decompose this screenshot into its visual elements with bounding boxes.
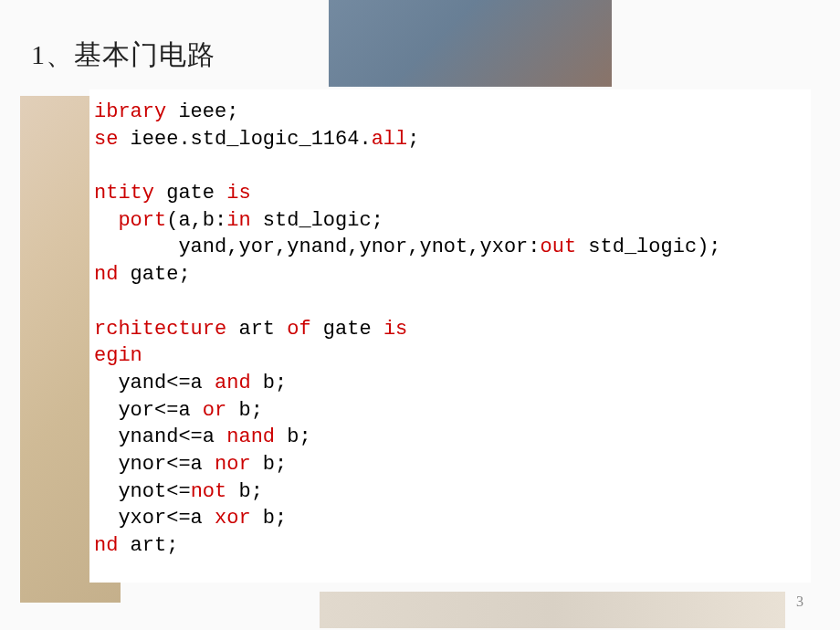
- code-text: ynor<=a: [118, 453, 215, 476]
- page-number: 3: [796, 593, 803, 610]
- code-text: yxor<=a: [118, 507, 215, 530]
- code-text: std_logic);: [576, 236, 720, 258]
- code-keyword: is: [383, 318, 407, 341]
- code-text: ieee.std_logic_1164.: [118, 128, 371, 151]
- code-keyword: all: [372, 128, 408, 151]
- code-text: gate: [154, 182, 226, 205]
- decorative-bg-bottom: [320, 592, 785, 628]
- code-text: ynot<=: [118, 480, 190, 503]
- code-text: gate;: [118, 263, 190, 286]
- code-text: ;: [407, 128, 419, 151]
- title-text: 基本门电路: [74, 39, 215, 69]
- code-text: b;: [251, 507, 288, 530]
- code-text: ynand<=a: [118, 425, 226, 448]
- code-keyword: rchitecture: [94, 318, 226, 341]
- code-keyword: egin: [94, 344, 142, 367]
- code-keyword: ntity: [94, 182, 154, 205]
- code-content: ibrary ieee; se ieee.std_logic_1164.all;…: [94, 99, 806, 560]
- code-pad: [94, 425, 118, 448]
- code-keyword: is: [226, 182, 250, 205]
- code-keyword: not: [191, 480, 227, 503]
- code-keyword: nand: [226, 425, 275, 448]
- code-text: yand<=a: [118, 372, 215, 394]
- code-keyword: and: [215, 372, 251, 394]
- slide-title: 1、基本门电路: [31, 37, 215, 74]
- code-text: b;: [251, 453, 288, 476]
- code-pad: [94, 480, 118, 503]
- code-text: art: [226, 318, 287, 341]
- code-text: b;: [226, 480, 263, 503]
- code-text: (a,b:: [166, 209, 226, 232]
- code-keyword: in: [226, 209, 250, 232]
- code-pad: [94, 399, 118, 422]
- code-pad: [94, 209, 118, 232]
- code-keyword: xor: [215, 507, 251, 530]
- code-keyword: of: [287, 318, 310, 341]
- code-text: yand,yor,ynand,ynor,ynot,yxor:: [178, 236, 540, 258]
- code-pad: [94, 236, 178, 258]
- title-separator: 、: [46, 39, 74, 69]
- code-pad: [94, 372, 118, 394]
- code-keyword: nd: [94, 534, 118, 557]
- code-text: b;: [251, 372, 288, 394]
- code-keyword: se: [94, 128, 118, 151]
- code-keyword: ibrary: [94, 100, 166, 123]
- code-keyword: nor: [215, 453, 251, 476]
- code-text: yor<=a: [118, 399, 202, 422]
- code-keyword: port: [118, 209, 166, 232]
- code-block: ibrary ieee; se ieee.std_logic_1164.all;…: [89, 89, 811, 583]
- code-text: art;: [118, 534, 178, 557]
- code-keyword: nd: [94, 263, 118, 286]
- code-text: b;: [275, 425, 311, 448]
- code-pad: [94, 453, 118, 476]
- code-text: gate: [311, 318, 383, 341]
- decorative-bg-top: [329, 0, 612, 87]
- code-pad: [94, 507, 118, 530]
- code-keyword: out: [541, 236, 577, 258]
- code-keyword: or: [203, 399, 226, 422]
- code-text: std_logic;: [251, 209, 383, 232]
- code-text: b;: [226, 399, 263, 422]
- title-number: 1: [31, 39, 46, 69]
- code-text: ieee;: [166, 100, 238, 123]
